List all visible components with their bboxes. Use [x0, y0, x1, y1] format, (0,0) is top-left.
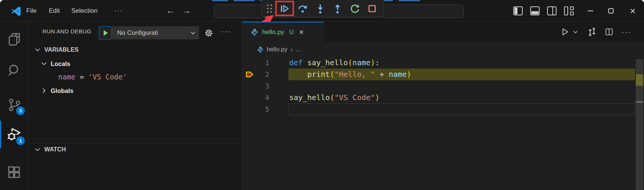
locals-scope-row[interactable]: Locals — [28, 57, 242, 70]
code-line-2[interactable]: 2 print("Hello, " + name) — [242, 69, 644, 80]
variables-label: VARIABLES — [44, 46, 78, 53]
nav-forward-icon[interactable]: → — [182, 0, 191, 22]
active-view-indicator — [0, 121, 1, 148]
line-content: def say_hello(name): — [289, 57, 380, 69]
toggle-primary-sidebar-icon[interactable] — [513, 6, 523, 15]
activitybar-search[interactable] — [0, 56, 28, 85]
minimize-button[interactable] — [582, 0, 599, 22]
chevron-down-icon — [190, 30, 196, 36]
extensions-icon — [7, 165, 22, 180]
globals-scope-row[interactable]: Globals — [28, 84, 242, 97]
line-number: 3 — [242, 80, 269, 92]
line-number: 2 — [242, 69, 269, 80]
chevron-right-icon — [41, 87, 47, 94]
tab-filename: hello.py — [262, 28, 284, 36]
activitybar-extensions[interactable] — [0, 158, 28, 187]
run-and-debug-sidebar: RUN AND DEBUG No Configurati ··· VARIABL… — [28, 22, 242, 190]
code-line-1[interactable]: 1def say_hello(name): — [242, 57, 644, 69]
step-over-icon — [297, 3, 308, 14]
customize-layout-icon[interactable] — [564, 6, 575, 15]
maximize-button[interactable] — [602, 0, 620, 22]
toggle-panel-icon[interactable] — [530, 6, 540, 15]
toolbar-drag-handle-icon[interactable] — [265, 3, 274, 14]
step-into-icon — [315, 3, 326, 14]
debug-restart-button[interactable] — [348, 2, 362, 15]
run-dropdown-chevron[interactable] — [571, 25, 579, 39]
close-button[interactable]: × — [624, 0, 641, 22]
locals-label: Locals — [51, 60, 70, 67]
line-number: 4 — [242, 92, 269, 103]
menu-edit[interactable]: Edit — [47, 0, 62, 22]
toggle-secondary-sidebar-icon[interactable] — [547, 6, 557, 15]
tab-close-icon[interactable]: × — [299, 28, 304, 36]
line-content: print("Hello, " + name) — [289, 69, 411, 80]
breadcrumb[interactable]: hello.py › ... — [242, 42, 644, 57]
line-content: say_hello("VS Code") — [289, 92, 380, 103]
debug-stop-button[interactable] — [365, 2, 379, 15]
run-icon — [561, 27, 570, 36]
breadcrumb-filename[interactable]: hello.py — [267, 46, 287, 53]
breadcrumb-symbol-overflow[interactable]: ... — [296, 46, 300, 53]
nav-back-icon[interactable]: ← — [166, 0, 175, 22]
gear-icon[interactable] — [204, 28, 214, 38]
editor-group: hello.py U × — [242, 22, 644, 190]
chevron-down-icon — [41, 60, 47, 67]
debug-step-into-button[interactable] — [314, 2, 327, 15]
watch-section-header[interactable]: WATCH — [28, 143, 242, 156]
debug-step-over-button[interactable] — [296, 2, 309, 15]
close-icon: × — [630, 5, 635, 17]
activity-bar: 3 1 — [0, 22, 28, 190]
explorer-icon — [7, 32, 22, 47]
tab-bar: hello.py U × — [242, 22, 644, 42]
open-changes-button[interactable] — [585, 25, 598, 39]
menu-overflow[interactable]: ··· — [112, 0, 125, 22]
variable-row-name[interactable]: name = 'VS Code' — [28, 70, 242, 83]
chevron-down-icon — [573, 29, 578, 35]
activitybar-run-and-debug[interactable]: 1 — [0, 120, 28, 148]
debug-step-out-button[interactable] — [331, 2, 344, 15]
variable-name: name — [58, 73, 75, 81]
variable-value: 'VS Code' — [88, 73, 127, 81]
editor-scrollbar[interactable] — [635, 57, 644, 190]
tab-hello-py[interactable]: hello.py U × — [242, 22, 324, 42]
annotation-highlight-box — [275, 1, 294, 16]
overview-ruler-debug-mark — [636, 74, 643, 86]
minimize-icon — [588, 10, 593, 11]
step-out-icon — [332, 3, 343, 14]
line-number: 1 — [242, 57, 269, 69]
vscode-window: File Edit Selection ··· ← → × — [0, 0, 644, 190]
restart-icon — [350, 3, 360, 14]
ellipsis-icon: ··· — [621, 28, 631, 36]
sidebar-more-actions[interactable]: ··· — [221, 22, 231, 41]
run-python-file-button[interactable] — [559, 25, 572, 39]
python-file-icon — [257, 46, 264, 53]
sidebar-title: RUN AND DEBUG — [42, 22, 91, 41]
menu-file[interactable]: File — [24, 0, 39, 22]
tab-git-status: U — [290, 29, 294, 36]
cursor-line-border — [288, 103, 635, 115]
watch-label: WATCH — [44, 146, 66, 153]
globals-label: Globals — [51, 87, 74, 94]
configuration-value: No Configurati — [117, 29, 158, 37]
code-line-3[interactable]: 3 — [242, 80, 644, 92]
variable-equals: = — [75, 73, 88, 81]
split-editor-button[interactable] — [603, 25, 615, 39]
editor-more-actions[interactable]: ··· — [620, 25, 633, 39]
activitybar-explorer[interactable] — [0, 25, 28, 54]
code-line-4[interactable]: 4say_hello("VS Code") — [242, 92, 644, 103]
debug-configuration-dropdown[interactable]: No Configurati — [112, 26, 199, 39]
source-control-badge: 3 — [16, 106, 25, 115]
debug-badge: 1 — [16, 136, 25, 145]
python-file-icon — [250, 28, 259, 36]
overview-ruler-cursor-mark — [636, 101, 643, 103]
chevron-down-icon — [34, 46, 41, 53]
activitybar-source-control[interactable]: 3 — [0, 91, 28, 119]
variables-section-header[interactable]: VARIABLES — [28, 43, 242, 56]
menu-selection[interactable]: Selection — [69, 0, 100, 22]
code-lines[interactable]: 1def say_hello(name):2 print("Hello, " +… — [242, 57, 644, 115]
chevron-down-icon — [34, 146, 41, 153]
maximize-icon — [608, 8, 614, 13]
split-editor-icon — [605, 27, 614, 36]
code-line-5[interactable]: 5 — [242, 103, 644, 115]
start-debugging-button[interactable] — [99, 26, 112, 39]
